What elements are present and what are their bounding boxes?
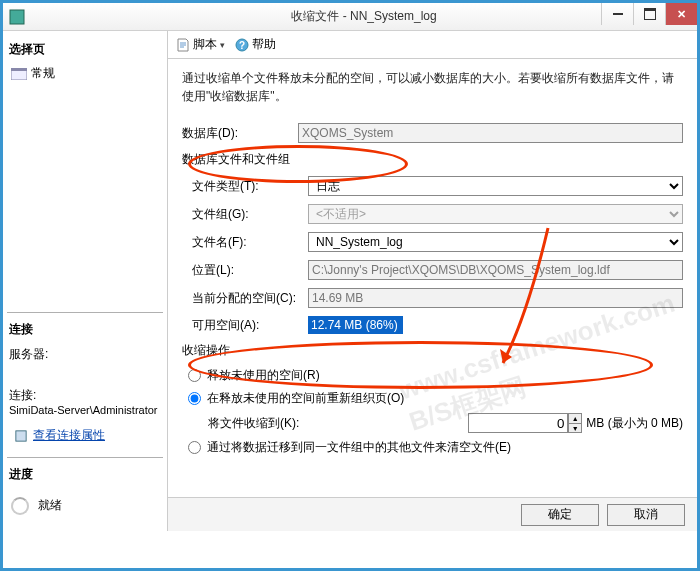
help-label: 帮助 xyxy=(252,36,276,53)
status-ready: 就绪 xyxy=(38,498,62,512)
select-page-heading: 选择页 xyxy=(7,37,163,62)
svg-rect-3 xyxy=(16,430,26,440)
connection-heading: 连接 xyxy=(7,317,163,342)
database-label: 数据库(D): xyxy=(182,125,298,142)
available-label: 可用空间(A): xyxy=(192,317,308,334)
ok-button[interactable]: 确定 xyxy=(521,504,599,526)
view-connection-props-link[interactable]: 查看连接属性 xyxy=(33,427,105,444)
filename-label: 文件名(F): xyxy=(192,234,308,251)
help-icon: ? xyxy=(235,38,249,52)
progress-heading: 进度 xyxy=(7,462,163,487)
connection-value: SimiData-Server\Administrator xyxy=(9,404,161,416)
server-label: 服务器: xyxy=(9,346,161,363)
reorganize-radio[interactable] xyxy=(188,392,201,405)
location-label: 位置(L): xyxy=(192,262,308,279)
allocated-field xyxy=(308,288,683,308)
chevron-down-icon: ▾ xyxy=(220,40,225,50)
sidebar: 选择页 常规 连接 服务器: 连接: SimiData-Server\Admin… xyxy=(3,31,168,531)
cancel-button[interactable]: 取消 xyxy=(607,504,685,526)
titlebar: 收缩文件 - NN_System_log ✕ xyxy=(3,3,697,31)
database-field xyxy=(298,123,683,143)
shrinkto-label: 将文件收缩到(K): xyxy=(208,415,338,432)
page-icon xyxy=(11,68,27,80)
shrinkto-unit: MB (最小为 0 MB) xyxy=(586,415,683,432)
minimize-button[interactable] xyxy=(601,3,633,25)
app-icon xyxy=(9,9,25,25)
filegroup-heading: 数据库文件和文件组 xyxy=(182,151,683,168)
script-button[interactable]: 脚本 ▾ xyxy=(176,36,225,53)
connection-label: 连接: xyxy=(9,387,161,404)
properties-icon xyxy=(13,430,29,442)
script-label: 脚本 xyxy=(193,36,217,53)
filetype-select[interactable]: 日志 xyxy=(308,176,683,196)
filegroup-label: 文件组(G): xyxy=(192,206,308,223)
filegroup-select: <不适用> xyxy=(308,204,683,224)
svg-rect-2 xyxy=(11,68,27,71)
help-button[interactable]: ? 帮助 xyxy=(235,36,276,53)
progress-spinner-icon xyxy=(11,497,29,515)
svg-text:?: ? xyxy=(239,40,245,51)
location-field xyxy=(308,260,683,280)
sidebar-item-general[interactable]: 常规 xyxy=(7,62,163,85)
window-title: 收缩文件 - NN_System_log xyxy=(31,8,697,25)
close-button[interactable]: ✕ xyxy=(665,3,697,25)
filetype-label: 文件类型(T): xyxy=(192,178,308,195)
release-space-label: 释放未使用的空间(R) xyxy=(207,367,320,384)
toolbar: 脚本 ▾ ? 帮助 xyxy=(168,31,697,59)
shrink-heading: 收缩操作 xyxy=(182,342,683,359)
sidebar-general-label: 常规 xyxy=(31,65,55,82)
svg-rect-0 xyxy=(10,10,24,24)
filename-select[interactable]: NN_System_log xyxy=(308,232,683,252)
stepper-icon[interactable]: ▲▼ xyxy=(568,413,582,433)
allocated-label: 当前分配的空间(C): xyxy=(192,290,308,307)
available-field: 12.74 MB (86%) xyxy=(308,316,403,334)
reorganize-label: 在释放未使用的空间前重新组织页(O) xyxy=(207,390,404,407)
server-value xyxy=(9,363,161,377)
description-text: 通过收缩单个文件释放未分配的空间，可以减小数据库的大小。若要收缩所有数据库文件，… xyxy=(182,69,683,105)
empty-file-radio[interactable] xyxy=(188,441,201,454)
script-icon xyxy=(176,38,190,52)
empty-file-label: 通过将数据迁移到同一文件组中的其他文件来清空文件(E) xyxy=(207,439,511,456)
release-space-radio[interactable] xyxy=(188,369,201,382)
maximize-button[interactable] xyxy=(633,3,665,25)
shrinkto-field[interactable] xyxy=(468,413,568,433)
